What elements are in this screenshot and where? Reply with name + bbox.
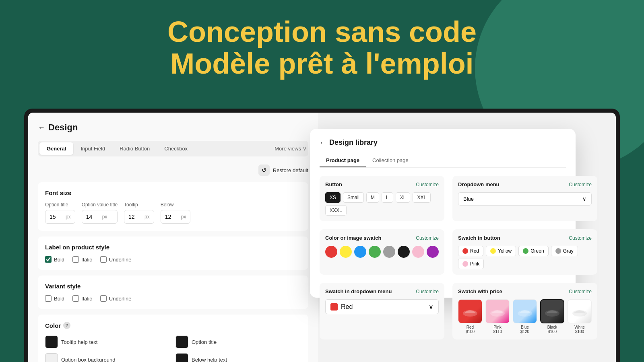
variant-underline-checkbox[interactable]: [100, 295, 107, 302]
hero-line2: Modèle prêt à l'emploi: [0, 48, 644, 80]
font-input-option-value[interactable]: px: [82, 210, 118, 224]
swatch-btn-green[interactable]: Green: [518, 246, 548, 256]
color-swatch-block-header: Color or image swatch Customize: [325, 235, 439, 241]
btn-xs[interactable]: XS: [325, 192, 341, 203]
btn-small[interactable]: Small: [343, 192, 364, 203]
label-italic-item: Italic: [72, 256, 92, 263]
swatch-yellow[interactable]: [340, 246, 352, 258]
button-block-title: Button: [325, 181, 342, 187]
swatch-gray[interactable]: [383, 246, 395, 258]
swatch-btn-gray[interactable]: Gray: [551, 246, 578, 256]
font-col-option-title: Option title px: [45, 202, 75, 224]
tooltip-help-swatch[interactable]: [45, 335, 58, 348]
label-italic-checkbox[interactable]: [72, 256, 79, 263]
swatch-btn-green-dot: [523, 248, 528, 254]
color-option-title: Option title: [175, 335, 301, 348]
back-arrow-icon[interactable]: ←: [38, 123, 45, 132]
swatch-btn-gray-label: Gray: [563, 248, 574, 254]
option-title-swatch[interactable]: [175, 335, 188, 348]
dropdown-value: Blue: [463, 196, 474, 202]
btn-xxxl[interactable]: XXXL: [325, 205, 347, 216]
swatch-btn-pink[interactable]: Pink: [458, 259, 484, 269]
btn-xxl[interactable]: XXL: [413, 192, 431, 203]
swatch-btn-yellow-dot: [490, 248, 496, 254]
font-input-tooltip[interactable]: px: [124, 210, 154, 224]
variant-underline-item: Underline: [100, 295, 132, 302]
font-input-below[interactable]: px: [161, 210, 191, 224]
hero-line1: Conception sans code: [0, 16, 644, 48]
dropdown-customize-link[interactable]: Customize: [569, 182, 592, 187]
lib-block-button: Button Customize XS Small M L XL XXL XXX…: [320, 176, 444, 221]
price-swatch-red[interactable]: Red$100: [458, 299, 482, 334]
font-input-tooltip-field[interactable]: [124, 210, 144, 223]
price-swatch-white-img: [568, 299, 592, 323]
variant-italic-checkbox[interactable]: [72, 295, 79, 302]
swatch-btn-yellow-label: Yellow: [498, 248, 512, 254]
swatch-blue[interactable]: [354, 246, 366, 258]
color-help-icon[interactable]: ?: [63, 322, 70, 329]
panel-title: Design: [48, 122, 78, 133]
lib-content-grid: Button Customize XS Small M L XL XXL XXX…: [320, 176, 566, 339]
button-customize-link[interactable]: Customize: [416, 182, 439, 187]
tab-checkbox[interactable]: Checkbox: [157, 142, 195, 155]
label-bold-label: Bold: [54, 257, 64, 263]
swatch-dropdown-value: Red: [341, 303, 353, 311]
price-swatch-black[interactable]: Black$100: [540, 299, 564, 334]
font-input-below-field[interactable]: [161, 210, 181, 223]
lib-tab-collection[interactable]: Collection page: [366, 154, 415, 167]
swatch-dropdown-customize-link[interactable]: Customize: [416, 289, 439, 294]
variant-style-options: Bold Italic Underline: [45, 295, 301, 302]
variant-bold-checkbox[interactable]: [45, 295, 52, 302]
swatch-in-button-customize-link[interactable]: Customize: [569, 235, 592, 241]
lib-back-icon[interactable]: ←: [320, 139, 326, 146]
swatch-purple[interactable]: [427, 246, 439, 258]
btn-xl[interactable]: XL: [396, 192, 411, 203]
swatch-red[interactable]: [325, 246, 337, 258]
label-underline-checkbox[interactable]: [100, 256, 107, 263]
restore-default-button[interactable]: Restore default: [273, 167, 308, 173]
price-swatch-red-label: Red$100: [466, 325, 475, 334]
option-box-bg-label: Option box background: [61, 357, 115, 362]
label-bold-checkbox[interactable]: [45, 256, 52, 263]
font-input-option-value-field[interactable]: [82, 210, 102, 223]
color-tooltip-help: Tooltip help text: [45, 335, 171, 348]
swatch-btn-yellow[interactable]: Yellow: [486, 246, 516, 256]
font-unit-option-value: px: [102, 211, 111, 223]
price-swatch-white[interactable]: White$100: [568, 299, 592, 334]
font-input-option-title-field[interactable]: [45, 210, 66, 223]
lib-tab-product[interactable]: Product page: [320, 154, 366, 167]
dropdown-block-header: Dropdown menu Customize: [458, 181, 592, 187]
btn-m[interactable]: M: [366, 192, 379, 203]
dropdown-select[interactable]: Blue ∨: [458, 192, 592, 206]
price-swatch-pink-label: Pink$110: [493, 325, 502, 334]
color-below-help: Below help text: [175, 353, 301, 362]
tab-general[interactable]: General: [39, 142, 73, 155]
color-grid: Tooltip help text Option title Option bo…: [45, 335, 301, 362]
font-input-option-title[interactable]: px: [45, 210, 75, 224]
swatch-btn-pink-label: Pink: [470, 261, 479, 267]
font-col-tooltip: Tooltip px: [124, 202, 154, 224]
variant-underline-label: Underline: [109, 296, 132, 302]
swatch-btn-red[interactable]: Red: [458, 246, 483, 256]
price-swatch-black-img: [540, 299, 564, 323]
variant-bold-item: Bold: [45, 295, 64, 302]
swatch-price-header: Swatch with price Customize: [458, 288, 592, 294]
swatch-black[interactable]: [398, 246, 410, 258]
price-swatch-blue[interactable]: Blue$120: [513, 299, 537, 334]
option-box-bg-swatch[interactable]: [45, 353, 58, 362]
tab-radio-button[interactable]: Radio Button: [112, 142, 157, 155]
lib-block-swatch-in-button: Swatch in button Customize Red Yellow: [452, 229, 597, 275]
swatch-dropdown-chevron: ∨: [429, 303, 433, 311]
color-swatch-customize-link[interactable]: Customize: [416, 235, 439, 241]
button-block-header: Button Customize: [325, 181, 439, 187]
swatch-price-customize-link[interactable]: Customize: [569, 289, 592, 294]
swatch-green[interactable]: [369, 246, 381, 258]
price-swatch-pink[interactable]: Pink$110: [485, 299, 510, 334]
tab-input-field[interactable]: Input Field: [73, 142, 112, 155]
btn-l[interactable]: L: [382, 192, 393, 203]
swatch-dropdown-select[interactable]: Red ∨: [325, 299, 439, 314]
below-help-swatch[interactable]: [175, 353, 188, 362]
swatch-lightpink[interactable]: [412, 246, 424, 258]
tab-more[interactable]: More views ∨: [275, 146, 307, 152]
label-italic-label: Italic: [81, 257, 92, 263]
